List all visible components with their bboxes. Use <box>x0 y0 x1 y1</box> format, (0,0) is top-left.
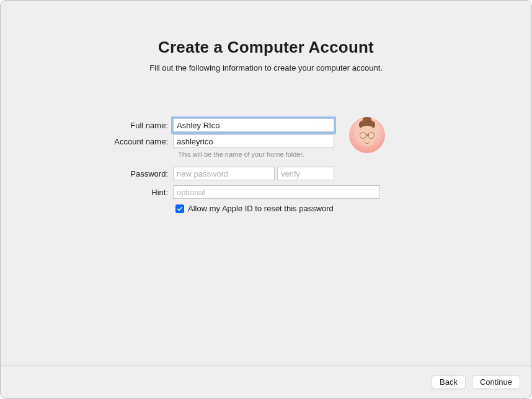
password-verify-input[interactable] <box>277 167 334 180</box>
page-title: Create a Computer Account <box>1 38 531 57</box>
allow-apple-id-reset-checkbox[interactable] <box>175 204 184 213</box>
account-name-hint: This will be the name of your home folde… <box>178 151 532 158</box>
setup-assistant-window: Create a Computer Account Fill out the f… <box>0 0 532 399</box>
checkmark-icon <box>177 206 183 212</box>
hint-input[interactable] <box>173 185 380 199</box>
page-subtitle: Fill out the following information to cr… <box>1 63 531 72</box>
password-input[interactable] <box>173 167 275 180</box>
account-name-label: Account name: <box>1 137 173 146</box>
avatar[interactable] <box>349 117 385 153</box>
header-block: Create a Computer Account Fill out the f… <box>1 38 531 72</box>
continue-button[interactable]: Continue <box>472 375 520 389</box>
password-label: Password: <box>1 169 173 178</box>
account-name-input[interactable] <box>173 134 334 148</box>
account-form: Full name: Account name: This will be th… <box>1 118 532 213</box>
back-button[interactable]: Back <box>432 375 466 389</box>
full-name-label: Full name: <box>1 121 173 130</box>
allow-apple-id-reset-label: Allow my Apple ID to reset this password <box>188 204 334 213</box>
footer-bar: Back Continue <box>1 365 531 398</box>
full-name-input[interactable] <box>173 118 334 132</box>
hint-label: Hint: <box>1 188 173 197</box>
